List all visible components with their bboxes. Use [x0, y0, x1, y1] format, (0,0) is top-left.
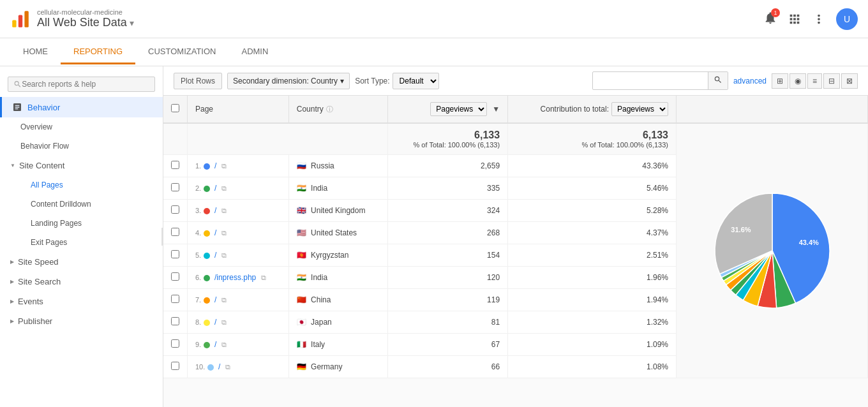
sidebar-item-all-pages[interactable]: All Pages — [0, 175, 163, 195]
sidebar-item-site-search[interactable]: ▶ Site Search — [0, 272, 163, 292]
sidebar-item-exit-pages[interactable]: Exit Pages — [0, 233, 163, 252]
user-avatar[interactable]: U — [836, 8, 858, 30]
contribution-metric-select[interactable]: Pageviews — [611, 102, 668, 116]
nav-admin[interactable]: ADMIN — [228, 40, 281, 64]
publisher-triangle: ▶ — [10, 318, 14, 324]
site-info: cellular-molecular-medicine All Web Site… — [37, 8, 134, 29]
pivot-view-btn[interactable]: ⊟ — [823, 73, 840, 89]
sidebar-item-overview[interactable]: Overview — [0, 117, 163, 137]
page-link[interactable]: / — [214, 184, 216, 193]
page-link[interactable]: / — [214, 206, 216, 215]
country-cell: 🇬🇧 United Kingdom — [288, 200, 387, 222]
col-checkbox[interactable] — [163, 96, 188, 123]
external-link-icon[interactable]: ⧉ — [261, 274, 266, 281]
search-reports-input[interactable] — [22, 80, 149, 89]
row-checkbox[interactable] — [171, 295, 179, 303]
advanced-link[interactable]: advanced — [733, 77, 767, 85]
page-link[interactable]: / — [214, 318, 216, 327]
apps-icon[interactable] — [788, 12, 802, 26]
external-link-icon[interactable]: ⧉ — [221, 296, 227, 304]
row-checkbox[interactable] — [171, 161, 179, 169]
sidebar-item-content-drilldown[interactable]: Content Drilldown — [0, 195, 163, 214]
pageviews-cell: 67 — [388, 334, 508, 356]
external-link-icon[interactable]: ⧉ — [221, 251, 227, 259]
row-checkbox[interactable] — [171, 362, 179, 370]
sort-arrow-icon[interactable]: ▼ — [492, 105, 500, 114]
row-checkbox[interactable] — [171, 205, 179, 214]
row-checkbox[interactable] — [171, 339, 179, 348]
contribution-cell: 43.36% — [508, 155, 677, 177]
external-link-icon[interactable]: ⧉ — [221, 184, 227, 192]
pie-chart: 43.4%31.6% — [702, 181, 842, 321]
page-link[interactable]: / — [214, 295, 216, 304]
row-number: 9. — [195, 341, 201, 348]
row-checkbox-cell[interactable] — [163, 200, 188, 222]
page-link[interactable]: / — [214, 340, 216, 349]
search-box[interactable] — [8, 77, 155, 92]
sidebar-item-behavior[interactable]: Behavior — [0, 97, 163, 117]
country-flag: 🇯🇵 — [297, 318, 306, 327]
chart-view-btn[interactable]: ◉ — [789, 73, 806, 89]
external-link-icon[interactable]: ⧉ — [221, 207, 227, 214]
plot-rows-button[interactable]: Plot Rows — [174, 73, 222, 89]
row-checkbox-cell[interactable] — [163, 334, 188, 356]
reports-search-button[interactable] — [708, 72, 728, 89]
table-wrapper: Page Country ⓘ Pageviews ▼ — [163, 96, 868, 378]
more-vert-icon[interactable] — [812, 12, 826, 26]
page-link[interactable]: / — [214, 161, 216, 170]
sidebar-collapse-btn[interactable]: ◀ — [161, 228, 163, 246]
page-cell: 7. / ⧉ — [188, 289, 289, 311]
page-link[interactable]: /inpress.php — [214, 273, 256, 282]
nav-reporting[interactable]: REPORTING — [61, 40, 135, 64]
site-content-triangle: ▼ — [10, 163, 15, 168]
external-link-icon[interactable]: ⧉ — [221, 341, 227, 348]
sidebar-item-site-speed[interactable]: ▶ Site Speed — [0, 252, 163, 272]
sidebar-item-behavior-flow[interactable]: Behavior Flow — [0, 137, 163, 156]
page-link[interactable]: / — [214, 251, 216, 260]
page-link[interactable]: / — [218, 362, 220, 371]
row-checkbox-cell[interactable] — [163, 244, 188, 267]
secondary-dimension-dropdown[interactable]: Secondary dimension: Country ▾ — [227, 73, 350, 89]
country-cell: 🇮🇳 India — [288, 177, 387, 200]
row-checkbox[interactable] — [171, 317, 179, 325]
pageviews-metric-select[interactable]: Pageviews — [430, 102, 487, 116]
contribution-cell: 2.51% — [508, 244, 677, 267]
external-link-icon[interactable]: ⧉ — [221, 229, 227, 237]
custom-view-btn[interactable]: ⊠ — [841, 73, 858, 89]
select-all-checkbox[interactable] — [171, 104, 179, 112]
sidebar: ◀ Behavior Overview Behavior Flow ▼ Site… — [0, 66, 163, 407]
sort-type-select[interactable]: Default — [393, 73, 439, 89]
search-reports-box[interactable] — [592, 71, 728, 90]
sidebar-item-events[interactable]: ▶ Events — [0, 292, 163, 311]
reports-search-input[interactable] — [593, 74, 708, 88]
nav-home[interactable]: HOME — [10, 40, 61, 64]
external-link-icon[interactable]: ⧉ — [225, 363, 230, 371]
grid-view-btn[interactable]: ⊞ — [772, 73, 788, 89]
notification-bell[interactable]: 1 — [763, 11, 777, 27]
sidebar-item-publisher[interactable]: ▶ Publisher — [0, 311, 163, 331]
list-view-btn[interactable]: ≡ — [807, 73, 822, 89]
col-chart-header — [677, 96, 868, 123]
country-flag: 🇮🇹 — [297, 340, 306, 349]
row-checkbox[interactable] — [171, 250, 179, 258]
sidebar-item-site-content[interactable]: ▼ Site Content — [0, 156, 163, 175]
sidebar-item-landing-pages[interactable]: Landing Pages — [0, 214, 163, 233]
behavior-icon — [12, 102, 22, 112]
page-link[interactable]: / — [214, 228, 216, 237]
row-checkbox-cell[interactable] — [163, 177, 188, 200]
row-checkbox-cell[interactable] — [163, 222, 188, 244]
page-cell: 8. / ⧉ — [188, 311, 289, 334]
row-checkbox-cell[interactable] — [163, 267, 188, 289]
row-checkbox-cell[interactable] — [163, 289, 188, 311]
row-checkbox[interactable] — [171, 272, 179, 281]
external-link-icon[interactable]: ⧉ — [221, 318, 227, 326]
site-search-triangle: ▶ — [10, 279, 14, 285]
row-checkbox[interactable] — [171, 228, 179, 236]
nav-customization[interactable]: CUSTOMIZATION — [135, 40, 228, 64]
row-checkbox-cell[interactable] — [163, 155, 188, 177]
row-checkbox[interactable] — [171, 183, 179, 191]
external-link-icon[interactable]: ⧉ — [221, 162, 227, 170]
site-title[interactable]: All Web Site Data ▾ — [37, 16, 134, 29]
row-checkbox-cell[interactable] — [163, 356, 188, 378]
row-checkbox-cell[interactable] — [163, 311, 188, 334]
